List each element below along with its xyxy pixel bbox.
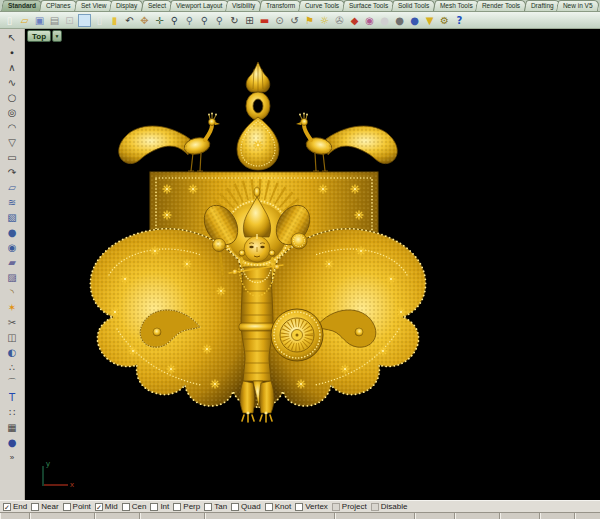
box-icon[interactable]: ▧ bbox=[4, 211, 21, 226]
lamp-icon[interactable]: ☼ bbox=[318, 14, 331, 27]
osnap-vertex[interactable]: Vertex bbox=[295, 502, 328, 511]
selection-filter-icon[interactable]: ▼ bbox=[423, 14, 436, 27]
ghosted-sphere-icon[interactable]: ● bbox=[408, 14, 421, 27]
move-icon[interactable]: ✛ bbox=[153, 14, 166, 27]
arc-icon[interactable]: ◠ bbox=[4, 121, 21, 136]
sidebar-more-chevron[interactable]: » bbox=[10, 453, 14, 462]
osnap-cen[interactable]: Cen bbox=[122, 502, 147, 511]
extend-icon[interactable]: ⌒ bbox=[4, 376, 21, 391]
surface-icon[interactable]: ▱ bbox=[4, 181, 21, 196]
gear-icon[interactable]: ⚙ bbox=[438, 14, 451, 27]
tab-transform[interactable]: Transform bbox=[259, 0, 302, 11]
osnap-disable[interactable]: Disable bbox=[371, 502, 408, 511]
viewport-title-dropdown[interactable]: ▼ bbox=[52, 30, 62, 42]
osnap-near[interactable]: Near bbox=[31, 502, 58, 511]
viewport-swatch-icon[interactable] bbox=[78, 14, 91, 27]
set-view-icon[interactable]: ▬ bbox=[258, 14, 271, 27]
orbit-icon[interactable]: ↺ bbox=[288, 14, 301, 27]
tab-display[interactable]: Display bbox=[109, 0, 144, 11]
open-folder-icon[interactable]: ▱ bbox=[18, 14, 31, 27]
curve-icon[interactable]: ∿ bbox=[4, 76, 21, 91]
print-icon[interactable]: ▤ bbox=[48, 14, 61, 27]
osnap-knot[interactable]: Knot bbox=[265, 502, 291, 511]
viewport-title-label[interactable]: Top bbox=[27, 30, 51, 42]
zoom-extents-icon[interactable]: ⚲ bbox=[198, 14, 211, 27]
polyline-icon[interactable]: ∧ bbox=[4, 61, 21, 76]
tab-cplanes[interactable]: CPlanes bbox=[39, 0, 78, 11]
loft-icon[interactable]: ≋ bbox=[4, 196, 21, 211]
split-icon[interactable]: ◫ bbox=[4, 331, 21, 346]
copy-icon[interactable]: ⊡ bbox=[63, 14, 76, 27]
points-on-icon[interactable]: ∴ bbox=[4, 361, 21, 376]
tab-standard[interactable]: Standard bbox=[1, 0, 43, 11]
pan-hand-icon[interactable]: ✥ bbox=[138, 14, 151, 27]
ellipse-icon[interactable]: ◎ bbox=[4, 106, 21, 121]
render-tools-icon[interactable]: ● bbox=[4, 436, 21, 451]
viewport-layout-icon[interactable]: ⊞ bbox=[243, 14, 256, 27]
explode-icon[interactable]: ✶ bbox=[4, 301, 21, 316]
tab-drafting[interactable]: Drafting bbox=[524, 0, 561, 11]
osnap-quad[interactable]: Quad bbox=[231, 502, 261, 511]
rectangle-icon[interactable]: ▭ bbox=[4, 151, 21, 166]
osnap-mid[interactable]: ✓Mid bbox=[95, 502, 118, 511]
sphere-icon[interactable]: ● bbox=[4, 226, 21, 241]
viewport-title[interactable]: Top ▼ bbox=[27, 30, 62, 42]
new-file-icon[interactable]: ▯ bbox=[3, 14, 16, 27]
cplane-flag-icon[interactable]: ⚑ bbox=[303, 14, 316, 27]
tab-new-in-v5[interactable]: New in V5 bbox=[556, 0, 600, 11]
pointer-icon[interactable]: ↖ bbox=[4, 31, 21, 46]
solid-tools-icon[interactable]: ◉ bbox=[4, 241, 21, 256]
chevron-down-icon: ▼ bbox=[55, 33, 60, 39]
trim-icon[interactable]: ✂ bbox=[4, 316, 21, 331]
color-wheel-icon[interactable]: ◉ bbox=[363, 14, 376, 27]
osnap-point[interactable]: Point bbox=[63, 502, 91, 511]
osnap-tan[interactable]: Tan bbox=[204, 502, 227, 511]
rendered-sphere-icon[interactable]: ● bbox=[393, 14, 406, 27]
planar-surface-icon[interactable]: ▰ bbox=[4, 256, 21, 271]
tab-set-view[interactable]: Set View bbox=[74, 0, 113, 11]
paste-page-icon[interactable]: ▯ bbox=[93, 14, 106, 27]
osnap-perp[interactable]: Perp bbox=[173, 502, 200, 511]
tab-curve-tools[interactable]: Curve Tools bbox=[298, 0, 346, 11]
fillet-icon[interactable]: ◝ bbox=[4, 286, 21, 301]
rotate-view-icon[interactable]: ↻ bbox=[228, 14, 241, 27]
statusbar-pane bbox=[575, 513, 600, 519]
tab-viewport-layout[interactable]: Viewport Layout bbox=[169, 0, 229, 11]
tab-render-tools[interactable]: Render Tools bbox=[476, 0, 528, 11]
text-icon[interactable]: T bbox=[4, 391, 21, 406]
tab-select[interactable]: Select bbox=[141, 0, 173, 11]
circle-icon[interactable]: ○ bbox=[4, 91, 21, 106]
polygon-icon[interactable]: ▽ bbox=[4, 136, 21, 151]
osnap-label: Disable bbox=[381, 502, 408, 511]
statusbar-pane bbox=[455, 513, 500, 519]
zoom-window-icon[interactable]: ⚲ bbox=[183, 14, 196, 27]
undo-icon[interactable]: ↶ bbox=[123, 14, 136, 27]
render-icon[interactable]: ◆ bbox=[348, 14, 361, 27]
lock-icon[interactable]: ✇ bbox=[333, 14, 346, 27]
shaded-sphere-icon[interactable]: ● bbox=[378, 14, 391, 27]
tab-visibility[interactable]: Visibility bbox=[225, 0, 262, 11]
tab-surface-tools[interactable]: Surface Tools bbox=[342, 0, 395, 11]
osnap-int[interactable]: Int bbox=[150, 502, 169, 511]
viewport-canvas[interactable]: Top ▼ x y bbox=[25, 29, 600, 500]
zoom-selected-icon[interactable]: ⚲ bbox=[213, 14, 226, 27]
point-icon[interactable]: ∙ bbox=[4, 46, 21, 61]
osnap-end[interactable]: ✓End bbox=[3, 502, 27, 511]
save-icon[interactable]: ▣ bbox=[33, 14, 46, 27]
tab-solid-tools[interactable]: Solid Tools bbox=[391, 0, 436, 11]
surface-edit-icon[interactable]: ▨ bbox=[4, 271, 21, 286]
zoom-icon[interactable]: ⚲ bbox=[168, 14, 181, 27]
group-icon[interactable]: ▦ bbox=[4, 421, 21, 436]
help-icon[interactable]: ? bbox=[453, 14, 466, 27]
notes-icon[interactable]: ▮ bbox=[108, 14, 121, 27]
boolean-icon[interactable]: ◐ bbox=[4, 346, 21, 361]
checkbox bbox=[63, 503, 71, 511]
osnap-project[interactable]: Project bbox=[332, 502, 367, 511]
tab-label: Viewport Layout bbox=[176, 2, 223, 10]
array-icon[interactable]: ∷ bbox=[4, 406, 21, 421]
osnap-label: Cen bbox=[132, 502, 147, 511]
named-view-icon[interactable]: ⊙ bbox=[273, 14, 286, 27]
tab-mesh-tools[interactable]: Mesh Tools bbox=[433, 0, 480, 11]
osnap-label: Tan bbox=[214, 502, 227, 511]
freeform-curve-icon[interactable]: ↷ bbox=[4, 166, 21, 181]
